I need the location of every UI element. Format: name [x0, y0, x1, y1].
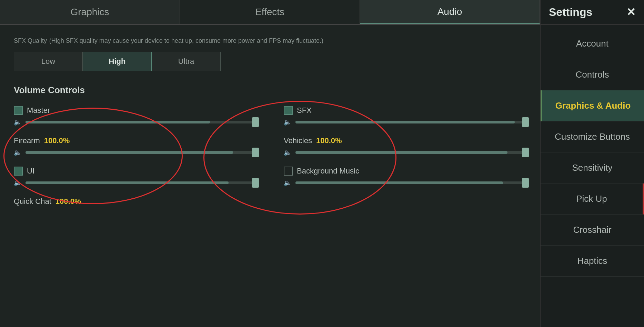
content-area: SFX Quality (High SFX quality may cause … [0, 25, 540, 327]
bgm-volume-item: Background Music 🔈 [284, 167, 526, 187]
ui-checkbox[interactable] [14, 167, 23, 176]
bgm-label: Background Music [284, 167, 526, 176]
ui-slider-row: 🔈 [14, 179, 256, 187]
quick-chat-volume-item: Quick Chat 100.0% [14, 197, 256, 206]
vehicles-slider[interactable] [295, 151, 526, 154]
master-checkbox[interactable] [14, 106, 23, 115]
master-slider-fill [26, 121, 210, 123]
sfx-checkbox[interactable] [284, 106, 293, 115]
left-panel: Graphics Effects Audio SFX Quality (High… [0, 0, 541, 327]
nav-item-haptics[interactable]: Haptics [541, 246, 644, 277]
tab-effects[interactable]: Effects [180, 0, 360, 24]
sfx-slider-fill [295, 121, 515, 123]
bgm-slider[interactable] [295, 181, 526, 184]
ui-slider-fill [26, 181, 229, 184]
vehicles-slider-fill [295, 151, 507, 154]
tab-graphics[interactable]: Graphics [0, 0, 180, 24]
left-volume-column: Master 🔈 [14, 106, 256, 216]
tab-bar: Graphics Effects Audio [0, 0, 540, 25]
firearm-speaker-icon: 🔈 [14, 149, 21, 156]
firearm-label: Firearm 100.0% [14, 136, 256, 145]
tab-audio[interactable]: Audio [360, 0, 540, 24]
master-label: Master [14, 106, 256, 115]
quick-chat-label: Quick Chat 100.0% [14, 197, 256, 206]
sfx-speaker-icon: 🔈 [284, 118, 291, 126]
settings-title: Settings [549, 6, 592, 19]
firearm-slider-fill [26, 151, 233, 154]
sfx-slider-row: 🔈 [284, 118, 526, 126]
sidebar-nav: Account Controls Graphics & Audio Custom… [541, 25, 644, 277]
vehicles-slider-thumb[interactable] [522, 148, 529, 157]
firearm-slider-row: 🔈 [14, 149, 256, 156]
vehicles-slider-row: 🔈 [284, 149, 526, 156]
quality-ultra-button[interactable]: Ultra [152, 52, 221, 71]
quality-low-button[interactable]: Low [14, 52, 83, 71]
nav-item-controls[interactable]: Controls [541, 59, 644, 90]
main-container: Graphics Effects Audio SFX Quality (High… [0, 0, 644, 327]
ui-label: UI [14, 167, 256, 176]
nav-item-customize-buttons[interactable]: Customize Buttons [541, 121, 644, 152]
right-volume-column: SFX 🔈 [284, 106, 526, 216]
sfx-volume-item: SFX 🔈 [284, 106, 526, 126]
firearm-volume-item: Firearm 100.0% 🔈 [14, 136, 256, 156]
master-slider[interactable] [26, 121, 256, 123]
master-speaker-icon: 🔈 [14, 118, 21, 126]
quality-high-button[interactable]: High [83, 52, 152, 71]
right-sidebar: Settings ✕ Account Controls Graphics & A… [541, 0, 644, 327]
ui-speaker-icon: 🔈 [14, 179, 21, 187]
bgm-slider-thumb[interactable] [522, 178, 529, 188]
close-button[interactable]: ✕ [626, 6, 636, 19]
volume-grid: Master 🔈 [14, 106, 526, 216]
sfx-label: SFX [284, 106, 526, 115]
nav-item-sensitivity[interactable]: Sensitivity [541, 152, 644, 184]
volume-controls-title: Volume Controls [14, 85, 526, 96]
settings-header: Settings ✕ [541, 0, 644, 25]
sfx-slider[interactable] [295, 121, 526, 123]
bgm-slider-row: 🔈 [284, 179, 526, 187]
firearm-slider-thumb[interactable] [252, 148, 259, 157]
sfx-slider-thumb[interactable] [522, 117, 529, 127]
bgm-checkbox[interactable] [284, 167, 293, 176]
vehicles-speaker-icon: 🔈 [284, 149, 291, 156]
quality-buttons: Low High Ultra [14, 52, 526, 71]
sfx-quality-section: SFX Quality (High SFX quality may cause … [14, 35, 526, 45]
nav-item-account[interactable]: Account [541, 28, 644, 59]
ui-volume-item: UI 🔈 [14, 167, 256, 187]
master-slider-row: 🔈 [14, 118, 256, 126]
bgm-slider-fill [295, 181, 503, 184]
bgm-speaker-icon: 🔈 [284, 179, 291, 187]
ui-slider[interactable] [26, 181, 256, 184]
firearm-slider[interactable] [26, 151, 256, 154]
nav-item-graphics-audio[interactable]: Graphics & Audio [541, 90, 644, 121]
ui-slider-thumb[interactable] [252, 178, 259, 188]
vehicles-volume-item: Vehicles 100.0% 🔈 [284, 136, 526, 156]
vehicles-label: Vehicles 100.0% [284, 136, 526, 145]
master-volume-item: Master 🔈 [14, 106, 256, 126]
nav-item-pick-up[interactable]: Pick Up [541, 184, 644, 215]
nav-item-crosshair[interactable]: Crosshair [541, 215, 644, 246]
master-slider-thumb[interactable] [252, 117, 259, 127]
